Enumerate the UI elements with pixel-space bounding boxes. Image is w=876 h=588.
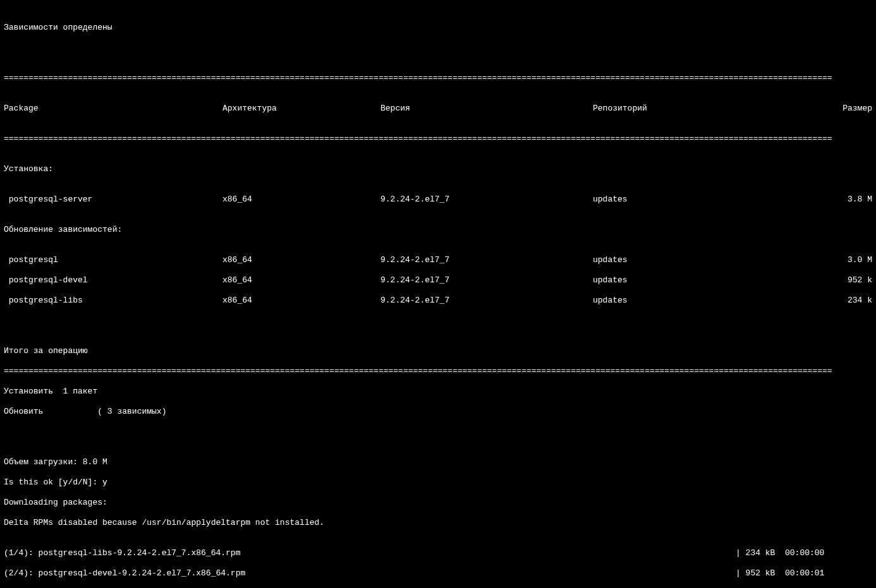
download-file: (1/4): postgresql-libs-9.2.24-2.el7_7.x8… xyxy=(4,548,736,558)
cell-arch: x86_64 xyxy=(222,255,380,265)
cell-pkg: postgresql-server xyxy=(4,195,222,205)
cell-arch: x86_64 xyxy=(222,296,380,306)
table-row: postgresql-server x86_64 9.2.24-2.el7_7 … xyxy=(4,195,872,205)
cell-ver: 9.2.24-2.el7_7 xyxy=(380,195,593,205)
table-header-size: Размер xyxy=(836,104,872,114)
table-row: postgresql x86_64 9.2.24-2.el7_7 updates… xyxy=(4,255,872,265)
update-summary: Обновить ( 3 зависимых) xyxy=(4,407,872,417)
separator-eq: ========================================… xyxy=(4,73,872,83)
table-header-package: Package xyxy=(4,104,222,114)
install-summary: Установить 1 пакет xyxy=(4,387,872,397)
cell-size: 952 k xyxy=(836,275,872,285)
confirm-prompt: Is this ok [y/d/N]: y xyxy=(4,477,872,488)
download-stats: | 952 kB 00:00:01 xyxy=(736,568,872,579)
cell-ver: 9.2.24-2.el7_7 xyxy=(380,255,593,265)
download-row: (2/4): postgresql-devel-9.2.24-2.el7_7.x… xyxy=(4,568,872,579)
cell-repo: updates xyxy=(593,296,836,306)
downloading-label: Downloading packages: xyxy=(4,498,872,508)
download-row: (1/4): postgresql-libs-9.2.24-2.el7_7.x8… xyxy=(4,548,872,558)
table-header-row: Package Архитектура Версия Репозиторий Р… xyxy=(4,104,872,114)
deps-resolved-line: Зависимости определены xyxy=(4,23,872,33)
separator-eq: ========================================… xyxy=(4,366,872,376)
table-header-arch: Архитектура xyxy=(222,104,380,114)
table-row: postgresql-devel x86_64 9.2.24-2.el7_7 u… xyxy=(4,275,872,285)
cell-repo: updates xyxy=(593,255,836,265)
table-header-repo: Репозиторий xyxy=(593,104,836,114)
cell-ver: 9.2.24-2.el7_7 xyxy=(380,296,593,306)
download-size: Объем загрузки: 8.0 M xyxy=(4,457,872,467)
cell-ver: 9.2.24-2.el7_7 xyxy=(380,275,593,285)
blank-line xyxy=(4,43,872,53)
cell-pkg: postgresql-devel xyxy=(4,275,222,285)
download-stats: | 234 kB 00:00:00 xyxy=(736,548,872,558)
download-file: (2/4): postgresql-devel-9.2.24-2.el7_7.x… xyxy=(4,568,736,579)
cell-pkg: postgresql-libs xyxy=(4,296,222,306)
separator-eq: ========================================… xyxy=(4,134,872,144)
delta-rpm-warning: Delta RPMs disabled because /usr/bin/app… xyxy=(4,518,872,528)
table-row: postgresql-libs x86_64 9.2.24-2.el7_7 up… xyxy=(4,296,872,306)
blank-line xyxy=(4,326,872,336)
cell-repo: updates xyxy=(593,275,836,285)
table-header-version: Версия xyxy=(380,104,593,114)
blank-line xyxy=(4,437,872,447)
cell-repo: updates xyxy=(593,195,836,205)
cell-size: 3.0 M xyxy=(836,255,872,265)
cell-arch: x86_64 xyxy=(222,195,380,205)
cell-pkg: postgresql xyxy=(4,255,222,265)
install-section-label: Установка: xyxy=(4,164,872,174)
depupdate-section-label: Обновление зависимостей: xyxy=(4,225,872,235)
terminal-output[interactable]: Зависимости определены =================… xyxy=(0,0,876,588)
cell-arch: x86_64 xyxy=(222,275,380,285)
cell-size: 234 k xyxy=(836,296,872,306)
summary-label: Итого за операцию xyxy=(4,346,872,356)
cell-size: 3.8 M xyxy=(836,195,872,205)
